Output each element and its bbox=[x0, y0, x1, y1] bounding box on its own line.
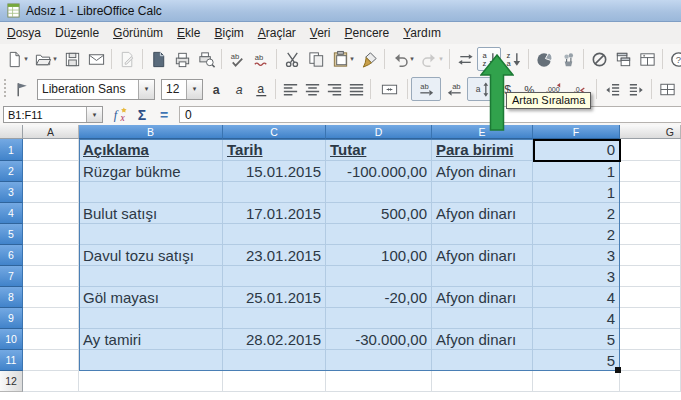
cell-A11[interactable] bbox=[23, 350, 79, 371]
menu-ekle[interactable]: Ekle bbox=[170, 23, 207, 43]
cell-G4[interactable] bbox=[620, 203, 681, 224]
cell-B9[interactable] bbox=[79, 308, 223, 329]
cell-C7[interactable] bbox=[223, 266, 326, 287]
column-header-G[interactable]: G bbox=[620, 125, 681, 139]
cell-B4[interactable]: Bulut satışı bbox=[79, 203, 223, 224]
cell-B7[interactable] bbox=[79, 266, 223, 287]
row-header-12[interactable]: 12 bbox=[0, 371, 23, 392]
font-name-combobox[interactable]: Liberation Sans▾ bbox=[37, 79, 155, 100]
insert-chart-button[interactable] bbox=[532, 47, 556, 71]
cell-E7[interactable] bbox=[432, 266, 533, 287]
cell-E3[interactable] bbox=[432, 182, 533, 203]
cell-A10[interactable] bbox=[23, 329, 79, 350]
export-pdf-button[interactable] bbox=[146, 47, 170, 71]
cell-G8[interactable] bbox=[620, 287, 681, 308]
cell-F4[interactable]: 2 bbox=[533, 203, 620, 224]
cell-B12[interactable] bbox=[79, 371, 223, 392]
cell-D2[interactable]: -100.000,00 bbox=[326, 161, 432, 182]
row-header-8[interactable]: 8 bbox=[0, 287, 23, 308]
menu-veri[interactable]: Veri bbox=[303, 23, 338, 43]
dropdown-caret-icon[interactable]: ▾ bbox=[53, 55, 57, 63]
cell-A8[interactable] bbox=[23, 287, 79, 308]
dropdown-caret-icon[interactable]: ▾ bbox=[439, 55, 443, 63]
cell-B1[interactable]: Açıklama bbox=[79, 139, 223, 161]
formula-input[interactable]: 0 bbox=[179, 106, 681, 123]
italic-button[interactable]: a bbox=[228, 77, 250, 101]
cell-D8[interactable]: -20,00 bbox=[326, 287, 432, 308]
cell-E12[interactable] bbox=[432, 371, 533, 392]
row-header-1[interactable]: 1 bbox=[0, 139, 23, 161]
row-header-3[interactable]: 3 bbox=[0, 182, 23, 203]
cell-C12[interactable] bbox=[223, 371, 326, 392]
save-button[interactable] bbox=[60, 47, 84, 71]
cell-F7[interactable]: 3 bbox=[533, 266, 620, 287]
column-header-D[interactable]: D bbox=[326, 125, 432, 139]
format-styles-button[interactable] bbox=[10, 77, 34, 101]
toolbar-grip[interactable] bbox=[2, 79, 10, 99]
cell-D7[interactable] bbox=[326, 266, 432, 287]
cell-F8[interactable]: 4 bbox=[533, 287, 620, 308]
cell-F6[interactable]: 3 bbox=[533, 245, 620, 266]
windows-button[interactable] bbox=[611, 47, 635, 71]
cell-E6[interactable]: Afyon dinarı bbox=[432, 245, 533, 266]
column-header-C[interactable]: C bbox=[223, 125, 326, 139]
cell-E8[interactable]: Afyon dinarı bbox=[432, 287, 533, 308]
cell-A12[interactable] bbox=[23, 371, 79, 392]
cell-C1[interactable]: Tarih bbox=[223, 139, 326, 161]
cell-C11[interactable] bbox=[223, 350, 326, 371]
row-header-7[interactable]: 7 bbox=[0, 266, 23, 287]
cell-E2[interactable]: Afyon dinarı bbox=[432, 161, 533, 182]
cell-G2[interactable] bbox=[620, 161, 681, 182]
increase-indent-button[interactable] bbox=[624, 77, 648, 101]
cell-A4[interactable] bbox=[23, 203, 79, 224]
cell-F10[interactable]: 5 bbox=[533, 329, 620, 350]
row-header-10[interactable]: 10 bbox=[0, 329, 23, 350]
dropdown-caret-icon[interactable]: ▾ bbox=[350, 55, 354, 63]
align-right-button[interactable] bbox=[323, 77, 345, 101]
column-header-F[interactable]: F bbox=[533, 125, 620, 139]
column-header-A[interactable]: A bbox=[23, 125, 79, 139]
cell-F2[interactable]: 1 bbox=[533, 161, 620, 182]
selection-fill-handle[interactable] bbox=[615, 367, 621, 373]
cell-B5[interactable] bbox=[79, 224, 223, 245]
cell-E5[interactable] bbox=[432, 224, 533, 245]
cell-D9[interactable] bbox=[326, 308, 432, 329]
dropdown-caret-icon[interactable]: ▾ bbox=[410, 55, 414, 63]
spelling-button[interactable]: ab bbox=[225, 47, 249, 71]
align-justify-button[interactable] bbox=[345, 77, 367, 101]
sort-ascending-button[interactable]: az bbox=[477, 47, 501, 71]
cell-F1[interactable]: 0 bbox=[533, 139, 620, 161]
page-preview-button[interactable] bbox=[194, 47, 218, 71]
menu-gorunum[interactable]: Görünüm bbox=[106, 23, 170, 43]
gallery-button[interactable] bbox=[556, 47, 580, 71]
cell-A6[interactable] bbox=[23, 245, 79, 266]
cell-B10[interactable]: Ay tamiri bbox=[79, 329, 223, 350]
cell-D11[interactable] bbox=[326, 350, 432, 371]
cell-D5[interactable] bbox=[326, 224, 432, 245]
merge-cells-button[interactable] bbox=[374, 77, 404, 101]
help-button[interactable]: ? bbox=[666, 47, 681, 71]
sort-button[interactable] bbox=[453, 47, 477, 71]
cell-A1[interactable] bbox=[23, 139, 79, 161]
cell-F9[interactable]: 4 bbox=[533, 308, 620, 329]
cell-G3[interactable] bbox=[620, 182, 681, 203]
function-wizard-button[interactable]: f x bbox=[109, 105, 131, 124]
cell-D10[interactable]: -30.000,00 bbox=[326, 329, 432, 350]
underline-button[interactable]: a bbox=[250, 77, 272, 101]
center-vertically-button[interactable]: a bbox=[467, 77, 497, 101]
menu-dosya[interactable]: Dosya bbox=[0, 23, 48, 43]
text-rtl-button[interactable]: ab bbox=[441, 77, 467, 101]
cell-F11[interactable]: 5 bbox=[533, 350, 620, 371]
cell-D4[interactable]: 500,00 bbox=[326, 203, 432, 224]
align-center-button[interactable] bbox=[301, 77, 323, 101]
column-header-E[interactable]: E bbox=[432, 125, 533, 139]
dropdown-caret-icon[interactable]: ▾ bbox=[24, 55, 28, 63]
borders-button[interactable] bbox=[655, 77, 679, 101]
cell-D1[interactable]: Tutar bbox=[326, 139, 432, 161]
row-header-4[interactable]: 4 bbox=[0, 203, 23, 224]
cell-F3[interactable]: 1 bbox=[533, 182, 620, 203]
name-box-dropdown-icon[interactable]: ▾ bbox=[86, 107, 102, 122]
name-box[interactable]: B1:F11 ▾ bbox=[3, 106, 103, 123]
cell-E10[interactable]: Afyon dinarı bbox=[432, 329, 533, 350]
cell-B11[interactable] bbox=[79, 350, 223, 371]
